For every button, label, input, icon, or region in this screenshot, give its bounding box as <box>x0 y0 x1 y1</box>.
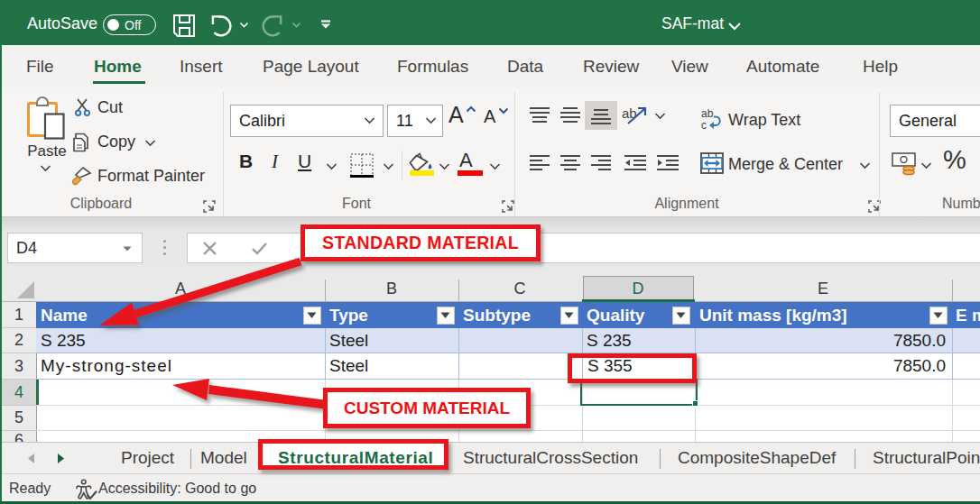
svg-text:ab: ab <box>701 107 714 120</box>
svg-text:c: c <box>701 119 707 131</box>
